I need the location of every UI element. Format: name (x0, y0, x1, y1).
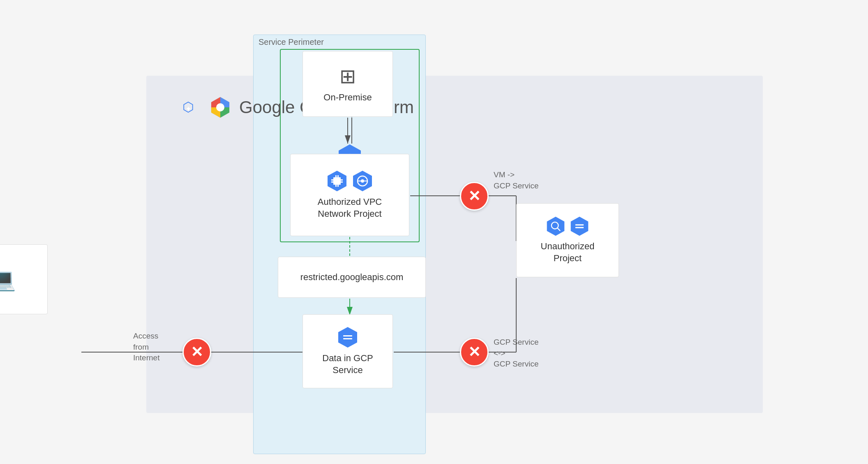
service-perimeter-label: Service Perimeter (259, 37, 324, 47)
data-gcp-icon (337, 326, 359, 348)
authorized-vpc-box: Authorized VPCNetwork Project (290, 154, 409, 236)
unauthorized-box: UnauthorizedProject (516, 203, 619, 277)
gcp-gcp-label: GCP Service<->GCP Service (494, 337, 538, 370)
deny-internet-access: ✕ (182, 338, 211, 367)
svg-rect-25 (335, 175, 337, 177)
svg-rect-44 (575, 225, 584, 226)
svg-point-20 (216, 103, 224, 111)
svg-rect-24 (333, 177, 341, 185)
unauthorized-storage-icon (569, 216, 590, 237)
svg-marker-37 (338, 327, 357, 348)
svg-marker-40 (547, 217, 565, 236)
svg-rect-45 (575, 227, 584, 228)
svg-rect-30 (331, 181, 333, 183)
restricted-label: restricted.googleapis.com (300, 272, 404, 283)
svg-rect-39 (343, 338, 352, 339)
data-gcp-label: Data in GCPService (322, 353, 373, 376)
svg-marker-43 (571, 217, 589, 236)
vpc-icons (326, 170, 374, 192)
svg-rect-29 (331, 179, 333, 181)
restricted-box: restricted.googleapis.com (278, 257, 426, 298)
data-gcp-box: Data in GCPService (302, 314, 393, 388)
svg-rect-28 (337, 185, 339, 187)
svg-rect-26 (337, 175, 339, 177)
on-premise-box: ⊞ On-Premise (302, 51, 393, 117)
laptop-box: 💻 (0, 244, 48, 314)
access-internet-label: AccessfromInternet (133, 331, 159, 364)
laptop-icon: 💻 (0, 267, 16, 292)
gcp-hex-logo (208, 95, 233, 120)
unauthorized-icons (545, 216, 590, 237)
svg-text:✦: ✦ (185, 105, 192, 113)
unauthorized-label: UnauthorizedProject (541, 241, 595, 264)
svg-rect-27 (335, 185, 337, 187)
compute-engine-icon (326, 170, 348, 192)
unauthorized-search-icon (545, 216, 566, 237)
svg-rect-32 (341, 181, 343, 183)
deny-gcp-gcp: ✕ (460, 338, 489, 367)
svg-rect-38 (343, 335, 352, 336)
authorized-vpc-label: Authorized VPCNetwork Project (318, 196, 382, 220)
cloud-storage-icon (351, 170, 374, 192)
vm-gcp-label: VM ->GCP Service (494, 169, 538, 191)
on-premise-label: On-Premise (323, 92, 372, 104)
diagram-container: Service Perimeter (23, 26, 845, 438)
deny-vm-gcp: ✕ (460, 182, 489, 211)
building-icon: ⊞ (339, 65, 356, 88)
svg-point-36 (361, 179, 364, 183)
gcp-outer-box (146, 76, 763, 413)
google-cloud-icon: ⬡ ✦ (175, 94, 201, 121)
svg-rect-31 (341, 179, 343, 181)
